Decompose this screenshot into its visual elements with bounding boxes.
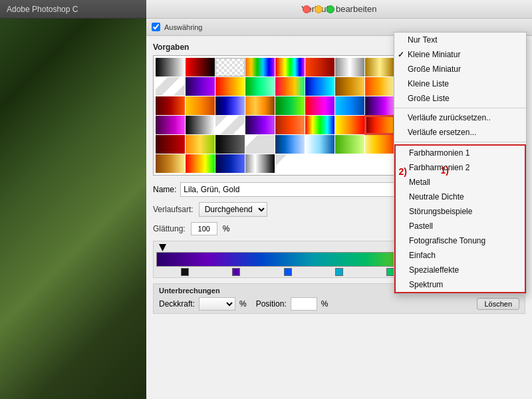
unterbrechungen-controls: Deckkraft: % Position: % Löschen <box>159 297 519 311</box>
gradient-cell[interactable] <box>215 135 245 154</box>
gradient-cell[interactable] <box>245 135 275 154</box>
gradient-cell[interactable] <box>275 96 305 115</box>
gradient-cell[interactable] <box>186 58 215 76</box>
minimize-button[interactable] <box>315 5 323 13</box>
gradient-cell[interactable] <box>335 96 364 115</box>
dropdown-ersetzen[interactable]: Verläufe ersetzen... <box>394 125 526 140</box>
gradient-cell[interactable] <box>335 77 364 96</box>
position-percent: % <box>321 299 329 309</box>
dropdown-fotografische-tonung[interactable]: Fotografische Tonung <box>396 233 525 248</box>
position-input[interactable] <box>291 297 317 311</box>
gradient-cell[interactable] <box>335 116 364 134</box>
gradient-cell[interactable] <box>305 77 334 96</box>
gradient-cell[interactable] <box>335 58 364 76</box>
gradient-cell[interactable] <box>365 58 394 76</box>
gradient-cell[interactable] <box>275 58 305 76</box>
color-stop-2[interactable] <box>232 268 240 276</box>
gradient-cell[interactable] <box>245 154 275 173</box>
dropdown-neutrale-dichte[interactable]: Neutrale Dichte <box>396 190 525 204</box>
gradient-cell[interactable] <box>245 96 275 115</box>
dropdown-einfach[interactable]: Einfach <box>396 248 525 263</box>
gradient-cell[interactable] <box>275 116 305 134</box>
gradient-cell[interactable] <box>156 135 185 154</box>
auswahl-checkbox[interactable] <box>152 23 160 31</box>
verlaufsart-label: Verlaufsart: <box>153 205 194 214</box>
dropdown-spezialeffekte[interactable]: Spezialeffekte <box>396 263 525 277</box>
gradient-cell[interactable] <box>275 77 305 96</box>
dropdown-farbharmonien1[interactable]: Farbharmonien 1 <box>396 146 525 160</box>
dropdown-kleine-miniatur[interactable]: ✓Kleine Miniatur <box>394 47 526 62</box>
ps-titlebar: Adobe Photoshop C <box>0 0 146 19</box>
dropdown-section: Farbharmonien 1 Farbharmonien 2 Metall N… <box>394 144 526 293</box>
color-stop-3[interactable] <box>284 268 292 276</box>
deckkraft-select[interactable] <box>199 297 235 311</box>
gradient-cell[interactable] <box>156 77 185 96</box>
gradient-cell[interactable] <box>215 116 245 134</box>
gradient-cell[interactable] <box>305 135 334 154</box>
gradient-cell[interactable] <box>365 96 394 115</box>
gradient-cell[interactable] <box>275 154 305 173</box>
gradient-cell[interactable] <box>186 77 215 96</box>
glattung-input[interactable] <box>191 222 217 235</box>
dropdown-nur-text[interactable]: Nur Text <box>394 33 526 47</box>
dropdown-divider-1 <box>394 108 526 108</box>
auswahl-label: Auswähring <box>164 23 202 31</box>
dropdown-zuruecksetzen[interactable]: Verläufe zurücksetzen.. <box>394 110 526 125</box>
gradient-cell[interactable] <box>156 96 185 115</box>
gradient-cell[interactable] <box>186 135 215 154</box>
gradient-cell-selected[interactable] <box>365 116 394 134</box>
dropdown-pastell[interactable]: Pastell <box>396 219 525 233</box>
gradient-cell[interactable] <box>245 58 275 76</box>
gradient-cell[interactable] <box>186 116 215 134</box>
gradient-cell[interactable] <box>305 116 334 134</box>
dropdown-spektrum[interactable]: Spektrum <box>396 277 525 292</box>
gradient-cell[interactable] <box>215 154 245 173</box>
gradient-cell[interactable] <box>335 135 364 154</box>
name-label: Name: <box>153 185 176 194</box>
deckkraft-label: Deckkraft: <box>159 299 195 309</box>
dropdown-metall[interactable]: Metall <box>396 175 525 190</box>
maximize-button[interactable] <box>327 5 334 13</box>
color-stop-1[interactable] <box>181 268 189 276</box>
dropdown-divider-2 <box>394 142 526 142</box>
gradient-cell[interactable] <box>156 154 185 173</box>
traffic-lights <box>303 5 334 13</box>
dropdown-farbharmonien2[interactable]: Farbharmonien 2 <box>396 160 525 175</box>
gradient-cell[interactable] <box>365 77 394 96</box>
gradient-cell[interactable] <box>215 96 245 115</box>
gradient-cell[interactable] <box>365 135 394 154</box>
gradient-cell[interactable] <box>245 77 275 96</box>
gradient-cell[interactable] <box>305 96 334 115</box>
gradient-cell[interactable] <box>305 58 334 76</box>
dropdown-grosse-miniatur[interactable]: Große Miniatur <box>394 62 526 76</box>
verlaufsart-select[interactable]: Durchgehend <box>199 202 267 217</box>
dropdown-grosse-liste[interactable]: Große Liste <box>394 91 526 106</box>
ps-app-title: Adobe Photoshop C <box>7 5 78 14</box>
dialog-titlebar: Verläufe bearbeiten <box>146 0 532 19</box>
glattung-unit: % <box>223 224 230 233</box>
color-stop-4[interactable] <box>335 268 343 276</box>
gradient-cell[interactable] <box>215 77 245 96</box>
dropdown-storungsbeispiele[interactable]: Störungsbeispiele <box>396 204 525 219</box>
background-photo <box>0 0 146 399</box>
loschen-button[interactable]: Löschen <box>477 298 519 310</box>
deckkraft-percent: % <box>239 299 247 309</box>
gradient-cell[interactable] <box>215 58 245 76</box>
position-label: Position: <box>256 299 287 309</box>
dropdown-kleine-liste[interactable]: Kleine Liste <box>394 76 526 91</box>
gradient-cell[interactable] <box>245 116 275 134</box>
glattung-label: Glättung: <box>153 224 186 233</box>
dropdown-menu: Nur Text ✓Kleine Miniatur Große Miniatur… <box>394 32 527 294</box>
gradient-cell[interactable] <box>275 135 305 154</box>
close-button[interactable] <box>303 5 311 13</box>
gradient-cell[interactable] <box>156 116 185 134</box>
gradient-cell[interactable] <box>186 154 215 173</box>
gradient-cell[interactable] <box>186 96 215 115</box>
gradient-cell[interactable] <box>156 58 185 76</box>
stop-top-left[interactable] <box>159 244 166 251</box>
